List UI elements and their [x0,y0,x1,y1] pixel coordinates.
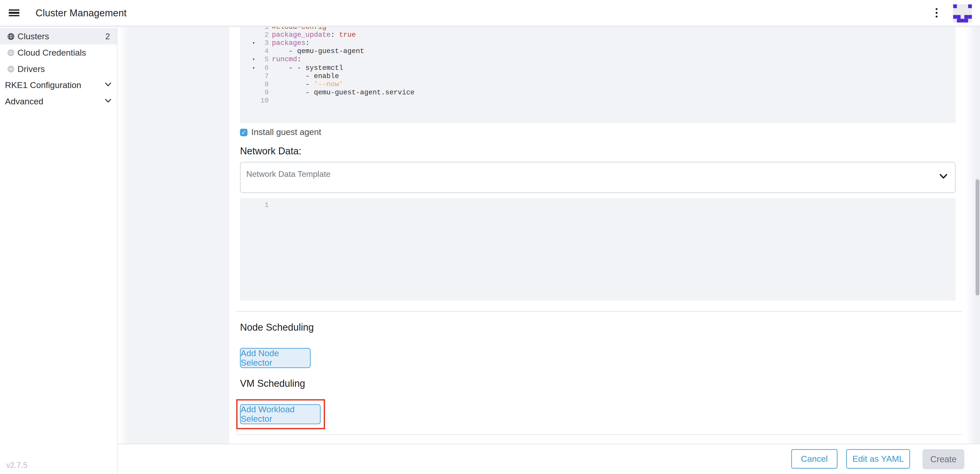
vm-scheduling-heading: VM Scheduling [240,378,305,389]
version-label: v2.7.5 [6,461,27,470]
fold-gutter [240,31,257,39]
line-number: 8 [257,81,269,89]
install-guest-agent-row: ✓ Install guest agent [240,127,321,137]
line-number: 1 [257,201,269,210]
code-text: - enable [272,72,339,80]
editor-line: 7 - enable [240,72,956,80]
code-text: package_update: true [272,31,356,39]
sidebar-item-label: RKE1 Configuration [5,80,81,90]
globe-icon [7,65,14,72]
code-text: - '--now' [272,81,343,89]
chevron-down-icon [105,83,111,87]
editor-line: 4 - qemu-guest-agent [240,48,956,56]
footer-action-bar: Cancel Edit as YAML Create [118,444,980,474]
line-number: 3 [257,40,269,48]
sidebar-item-label: Cloud Credentials [18,48,86,57]
fold-marker-icon[interactable]: ▾ [240,64,257,72]
install-guest-agent-label: Install guest agent [251,127,321,137]
editor-line: ▾5runcmd: [240,56,956,64]
line-number: 2 [257,31,269,39]
add-node-selector-button[interactable]: Add Node Selector [240,348,310,368]
sidebar-item-cloud-credentials[interactable]: Cloud Credentials [0,45,117,61]
sidebar-item-label: Advanced [5,96,43,106]
fold-gutter [240,97,257,105]
chevron-down-icon [105,99,111,103]
sidebar-item-label: Clusters [18,32,49,41]
sidebar-nav: Clusters2 Cloud Credentials DriversRKE1 … [0,28,117,109]
editor-line: 8 - '--now' [240,81,956,89]
network-data-editor[interactable]: 1 [240,198,956,301]
globe-icon [7,49,14,56]
sidebar-item-rke1-configuration[interactable]: RKE1 Configuration [0,77,117,93]
fold-gutter [240,27,257,31]
edit-as-yaml-button[interactable]: Edit as YAML [846,450,910,469]
code-text: runcmd: [272,56,301,64]
app-window: Cluster Management Clusters2 Cloud Crede… [0,0,980,474]
globe-icon [7,33,14,40]
editor-line: ▾3packages: [240,40,956,48]
scrollbar-thumb[interactable] [976,179,979,296]
cancel-button[interactable]: Cancel [791,450,837,469]
chevron-down-icon [939,174,948,179]
editor-line: 1 [240,201,956,210]
line-number: 7 [257,72,269,80]
line-number: 5 [257,56,269,64]
add-workload-selector-button[interactable]: Add Workload Selector [240,404,321,424]
sidebar: Clusters2 Cloud Credentials DriversRKE1 … [0,27,118,474]
cloud-config-editor[interactable]: 1#cloud-config2package_update: true▾3pac… [240,27,956,123]
fold-marker-icon[interactable]: ▾ [240,40,257,48]
side-panel-background [120,27,229,444]
fold-gutter [240,72,257,80]
section-divider [236,311,963,312]
item-count-badge: 2 [105,32,110,41]
select-placeholder: Network Data Template [246,169,331,179]
line-number: 1 [257,27,269,31]
network-data-template-select[interactable]: Network Data Template [240,162,956,193]
sidebar-item-clusters[interactable]: Clusters2 [0,28,117,45]
vertical-scrollbar[interactable] [965,27,980,444]
fold-gutter [240,89,257,97]
code-text: - - systemctl [272,64,343,72]
editor-line: 1#cloud-config [240,27,956,31]
rancher-logo [953,4,972,22]
line-number: 4 [257,48,269,56]
main-content: 1#cloud-config2package_update: true▾3pac… [118,27,980,444]
line-number: 9 [257,89,269,97]
code-text: #cloud-config [272,27,326,31]
annotation-highlight-box: Add Workload Selector [236,399,325,429]
kebab-menu-icon[interactable] [933,5,940,21]
fold-gutter [240,81,257,89]
editor-line: 9 - qemu-guest-agent.service [240,89,956,97]
line-number: 10 [257,97,269,105]
fold-gutter [240,48,257,56]
create-button[interactable]: Create [923,449,964,469]
section-divider [236,434,963,435]
page-title: Cluster Management [36,7,127,18]
sidebar-item-label: Drivers [18,64,45,73]
fold-marker-icon[interactable]: ▾ [240,56,257,64]
editor-line: 10 [240,97,956,105]
code-text: - qemu-guest-agent [272,48,364,56]
editor-line: 2package_update: true [240,31,956,39]
network-data-heading: Network Data: [240,146,301,157]
install-guest-agent-checkbox[interactable]: ✓ [240,128,247,136]
hamburger-menu-icon[interactable] [9,10,19,16]
app-header: Cluster Management [0,0,980,27]
sidebar-item-advanced[interactable]: Advanced [0,93,117,110]
code-text: packages: [272,40,310,48]
node-scheduling-heading: Node Scheduling [240,322,313,333]
sidebar-item-drivers[interactable]: Drivers [0,61,117,77]
code-text: - qemu-guest-agent.service [272,89,414,97]
line-number: 6 [257,64,269,72]
editor-line: ▾6 - - systemctl [240,64,956,72]
